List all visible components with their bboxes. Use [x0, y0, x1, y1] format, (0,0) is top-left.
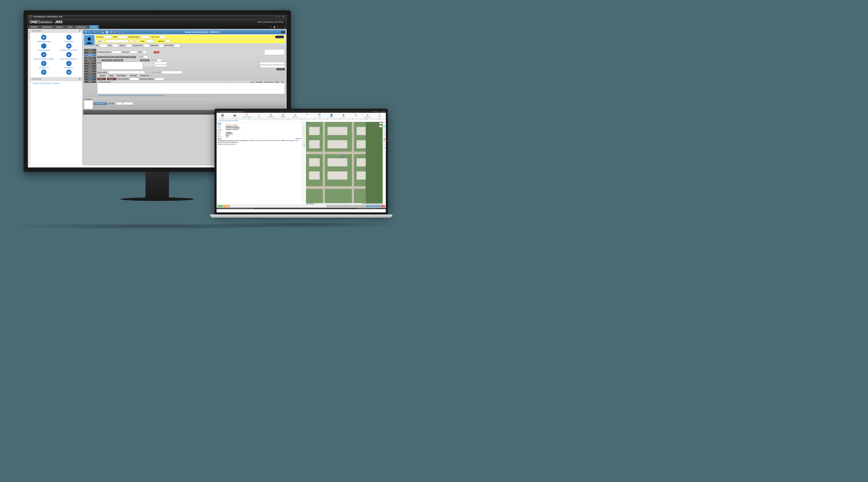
est-rels-date-input[interactable] [115, 102, 122, 105]
tool-location-change[interactable]: 📍Location Change [241, 113, 253, 118]
menu-specialized[interactable]: Specialized [40, 25, 54, 29]
pan-icon[interactable]: ✋ [303, 133, 306, 136]
days-in-input[interactable] [126, 44, 132, 47]
pin-icon[interactable]: 📍 [383, 141, 385, 143]
globe-icon[interactable]: 🌐 [383, 125, 385, 128]
ss-benefit-checkbox[interactable]: SS Benefit [127, 75, 136, 76]
tool-item[interactable]: 🔍 [349, 113, 362, 118]
tool-status[interactable]: 🚔Status [217, 113, 228, 118]
menu-admin[interactable]: Admin [89, 25, 99, 29]
side-tab-image[interactable]: Image [84, 65, 96, 67]
nav-next-icon[interactable]: →| [92, 30, 96, 34]
side-tab-prea[interactable]: PREA [84, 81, 96, 83]
name-lookup-button[interactable]: Name [96, 40, 103, 42]
involvement-item[interactable]: 1. Inmate Summary [View] ~ MEDICAL ~ [32, 82, 81, 84]
side-tab-keep-awy[interactable]: Keep Awy [84, 59, 96, 62]
identify-icon[interactable]: ⓘ [303, 140, 306, 143]
next-court-date[interactable]: Next Court Date [143, 62, 167, 64]
alert-text[interactable] [264, 49, 285, 55]
zoom-in-button[interactable]: + [379, 123, 382, 124]
work-release-checkbox[interactable]: Work Release [114, 75, 126, 76]
side-tab-m-log[interactable]: M Log [84, 72, 96, 75]
charge-button[interactable]: Charge 3 [107, 78, 116, 80]
linked-evts-button[interactable]: Linked Evts [335, 205, 343, 207]
strip-searches-button[interactable]: Strip Searches [102, 59, 113, 61]
alert-icon[interactable]: ⚠ [383, 129, 385, 131]
sanctions-text[interactable] [260, 62, 285, 65]
dispatch-header[interactable]: tyl Dispatch 230730001 (Ref #293) [217, 120, 386, 122]
logout-button[interactable]: Log Out [377, 208, 381, 209]
exit-button[interactable]: Exit [381, 205, 385, 207]
work-release-button[interactable]: Work Release [114, 56, 125, 58]
inmate-tasks-button[interactable]: Inmate Tasks [113, 59, 123, 61]
close-button[interactable]: ✕ [383, 111, 385, 113]
adult-juv-input[interactable] [166, 40, 170, 42]
note-icon[interactable]: 🗒 [109, 30, 113, 34]
status-input[interactable] [118, 36, 127, 38]
active-bond-input[interactable] [155, 77, 163, 80]
indigent-checkbox[interactable]: Indigent [97, 75, 105, 76]
menu-tools[interactable]: Tools [65, 25, 74, 29]
ent-units-button[interactable]: Ent. Units [358, 205, 366, 207]
incident-marker-icon[interactable]: ◉ [341, 155, 343, 158]
ethn-input[interactable] [143, 51, 147, 54]
compass-icon[interactable]: ⊕ [383, 135, 385, 137]
zoom-in-icon[interactable]: 🔍 [303, 129, 306, 132]
menu-modules[interactable]: Modules [29, 25, 40, 29]
tool-icon[interactable]: ⚙ [383, 147, 385, 150]
trustee-input[interactable] [144, 56, 148, 58]
tool-item[interactable]: 🛡 [301, 113, 313, 118]
zoom-out-button[interactable]: − [379, 125, 382, 127]
side-tab-classify[interactable]: Classify [84, 51, 96, 54]
sanctions-button[interactable]: Sanctions [277, 68, 285, 70]
pin-icon[interactable]: 📌 [79, 30, 81, 32]
time-input[interactable] [113, 44, 119, 47]
close-button[interactable]: Close [382, 208, 385, 209]
tool-menu[interactable]: ≡Menu [374, 113, 385, 118]
name-part-input[interactable] [136, 40, 139, 42]
special-watch-button[interactable]: Special Watch [103, 56, 114, 58]
stack-call-button[interactable]: Stack Call [327, 205, 335, 207]
info-icon[interactable]: ⓘ [283, 25, 286, 29]
side-tab-medical[interactable]: Medical [84, 54, 96, 56]
change-button[interactable]: Change [223, 205, 230, 207]
wk-final-rel-input[interactable] [174, 44, 180, 47]
menu-dashboards[interactable]: Dashboards [74, 25, 89, 29]
module-item[interactable]: ◈ [57, 69, 81, 75]
zoom-extent-icon[interactable]: ⊡ [303, 126, 306, 129]
vehicles-button[interactable]: Vehicles [351, 205, 358, 207]
save-icon[interactable]: 💾 [101, 30, 105, 34]
search-icon[interactable]: 🔍 [373, 111, 376, 113]
target-icon[interactable]: ◎ [383, 131, 385, 134]
ruler-icon[interactable]: 📏 [303, 136, 306, 139]
module-jail-reports-2[interactable]: 2Jail Reports 2 [32, 61, 56, 69]
est-rels-input[interactable] [123, 102, 133, 105]
pin-icon[interactable]: 📌 [79, 78, 81, 80]
expand-map-icon[interactable]: ⤢ [303, 122, 306, 125]
cash-account-button[interactable]: Cash Account [125, 56, 136, 58]
confinement-reason-input[interactable] [112, 51, 121, 54]
layers-icon[interactable]: ▤ [303, 143, 306, 147]
refresh-icon[interactable]: ⟳ [276, 26, 279, 28]
edit-icon[interactable]: ✎ [270, 26, 273, 28]
side-tab-med-assmt[interactable]: Med Assmt [84, 57, 96, 59]
name-input[interactable] [105, 40, 129, 42]
attach-button[interactable]: Attach [366, 205, 372, 207]
minimize-button[interactable]: — [378, 111, 381, 113]
settings-icon[interactable]: ⚙ [376, 111, 378, 113]
module-item[interactable]: ⟳ [32, 69, 56, 75]
release-history-button[interactable]: Release History [94, 102, 107, 105]
sp-diet-input[interactable] [157, 59, 162, 61]
route-icon[interactable]: ↗ [383, 144, 385, 147]
edit-icon[interactable]: ✎ [117, 30, 121, 34]
tool-arrive[interactable]: 🚗Arrive [229, 113, 241, 118]
close-button[interactable]: ✕ [281, 15, 285, 18]
tool-clear[interactable]: ✨Clear [253, 113, 265, 118]
name-part-input[interactable] [130, 40, 133, 42]
menu-reports[interactable]: Reports [54, 25, 65, 29]
involve-button[interactable]: ⟲ Involve [275, 36, 284, 38]
form-close-button[interactable]: ✕ [281, 31, 285, 33]
fp-card-input[interactable] [130, 51, 137, 54]
tool-message[interactable]: ✉Message [289, 113, 301, 118]
tool-self-int[interactable]: 👤Self Int [325, 113, 337, 118]
